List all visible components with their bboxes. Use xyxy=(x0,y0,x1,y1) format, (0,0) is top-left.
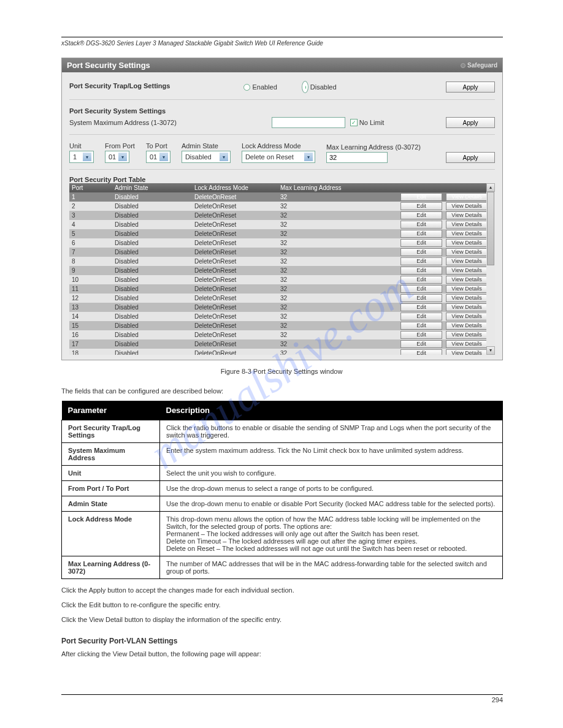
th-max: Max Learning Address xyxy=(280,184,366,191)
cell-admin: Disabled xyxy=(115,304,194,311)
chevron-down-icon: ▾ xyxy=(118,153,127,161)
radio-enabled[interactable]: Enabled xyxy=(243,81,277,93)
cell-max: 32 xyxy=(280,212,366,219)
scroll-down-icon[interactable]: ▾ xyxy=(486,346,495,355)
edit-button[interactable]: Edit xyxy=(400,257,442,265)
edit-button[interactable]: Edit xyxy=(400,193,442,201)
table-row[interactable]: 3DisabledDeleteOnReset32EditView Details xyxy=(69,211,495,220)
apply-button[interactable]: Apply xyxy=(446,117,495,128)
toport-select[interactable]: 01▾ xyxy=(146,151,170,163)
view-details-button[interactable]: View Details xyxy=(446,322,488,330)
nolimit-checkbox[interactable]: ✓ No Limit xyxy=(350,119,384,126)
edit-button[interactable]: Edit xyxy=(400,211,442,219)
cell-lock: DeleteOnReset xyxy=(194,350,280,355)
cell-admin: Disabled xyxy=(115,341,194,347)
edit-button[interactable]: Edit xyxy=(400,294,442,302)
edit-button[interactable]: Edit xyxy=(400,202,442,210)
edit-button[interactable]: Edit xyxy=(400,221,442,229)
cell-port: 17 xyxy=(72,341,115,347)
view-details-button[interactable]: View Details xyxy=(446,257,488,265)
lockmode-select[interactable]: Delete on Reset▾ xyxy=(242,151,315,163)
edit-button[interactable]: Edit xyxy=(400,322,442,330)
cell-port: 5 xyxy=(72,230,115,237)
view-details-button[interactable]: View Details xyxy=(446,303,488,311)
adminstate-select[interactable]: Disabled▾ xyxy=(182,151,231,163)
system-max-input[interactable] xyxy=(272,117,345,128)
table-row[interactable]: 17DisabledDeleteOnReset32EditView Detail… xyxy=(69,339,495,349)
table-row[interactable]: 7DisabledDeleteOnReset32EditView Details xyxy=(69,248,495,257)
edit-button[interactable]: Edit xyxy=(400,248,442,256)
cell-max: 32 xyxy=(280,267,366,274)
page-header: xStack® DGS-3620 Series Layer 3 Managed … xyxy=(61,40,502,47)
table-row[interactable]: 4DisabledDeleteOnReset32EditView Details xyxy=(69,220,495,229)
detail-heading: Port Security Port-VLAN Settings xyxy=(61,637,502,645)
edit-button[interactable]: Edit xyxy=(400,230,442,238)
cell-port: 15 xyxy=(72,322,115,329)
param-row: Lock Address ModeThis drop-down menu all… xyxy=(62,512,503,556)
apply-button[interactable]: Apply xyxy=(446,82,495,93)
edit-button[interactable]: Edit xyxy=(400,331,442,339)
cell-admin: Disabled xyxy=(115,258,194,265)
view-details-button[interactable]: View Details xyxy=(446,331,488,339)
table-row[interactable]: 8DisabledDeleteOnReset32EditView Details xyxy=(69,257,495,266)
table-row[interactable]: 14DisabledDeleteOnReset32EditView Detail… xyxy=(69,312,495,321)
edit-button[interactable]: Edit xyxy=(400,349,442,355)
view-details-button[interactable]: View Details xyxy=(446,193,488,201)
table-row[interactable]: 6DisabledDeleteOnReset32EditView Details xyxy=(69,238,495,248)
edit-button[interactable]: Edit xyxy=(400,313,442,320)
edit-button[interactable]: Edit xyxy=(400,276,442,284)
apply-button[interactable]: Apply xyxy=(446,152,495,163)
view-details-button[interactable]: View Details xyxy=(446,340,488,348)
unit-select[interactable]: 1▾ xyxy=(69,151,94,163)
table-row[interactable]: 2DisabledDeleteOnReset32EditView Details xyxy=(69,202,495,211)
adminstate-label: Admin State xyxy=(182,142,231,150)
edit-button[interactable]: Edit xyxy=(400,239,442,247)
scrollbar[interactable]: ▴ ▾ xyxy=(486,183,495,355)
view-details-button[interactable]: View Details xyxy=(446,276,488,284)
cell-lock: DeleteOnReset xyxy=(194,322,280,329)
table-row[interactable]: 15DisabledDeleteOnReset32EditView Detail… xyxy=(69,321,495,330)
view-details-button[interactable]: View Details xyxy=(446,294,488,302)
cell-lock: DeleteOnReset xyxy=(194,230,280,237)
table-row[interactable]: 13DisabledDeleteOnReset32EditView Detail… xyxy=(69,303,495,312)
table-row[interactable]: 11DisabledDeleteOnReset32EditView Detail… xyxy=(69,284,495,294)
view-details-button[interactable]: View Details xyxy=(446,230,488,238)
edit-button[interactable]: Edit xyxy=(400,303,442,311)
maxlearn-input[interactable] xyxy=(326,152,388,163)
table-row[interactable]: 10DisabledDeleteOnReset32EditView Detail… xyxy=(69,275,495,284)
radio-disabled[interactable]: Disabled xyxy=(302,81,337,93)
param-desc: This drop-down menu allows the option of… xyxy=(160,512,503,556)
view-details-button[interactable]: View Details xyxy=(446,221,488,229)
table-row[interactable]: 9DisabledDeleteOnReset32EditView Details xyxy=(69,266,495,275)
cell-admin: Disabled xyxy=(115,240,194,246)
table-row[interactable]: 5DisabledDeleteOnReset32EditView Details xyxy=(69,229,495,238)
scroll-up-icon[interactable]: ▴ xyxy=(486,183,495,192)
cell-port: 18 xyxy=(72,350,115,355)
cell-max: 32 xyxy=(280,350,366,355)
cell-lock: DeleteOnReset xyxy=(194,286,280,292)
table-row[interactable]: 1DisabledDeleteOnReset32EditView Details xyxy=(69,192,495,202)
edit-button[interactable]: Edit xyxy=(400,285,442,293)
table-row[interactable]: 18DisabledDeleteOnReset32EditView Detail… xyxy=(69,349,495,355)
checkbox-icon: ✓ xyxy=(350,119,358,126)
cell-lock: DeleteOnReset xyxy=(194,194,280,200)
view-details-button[interactable]: View Details xyxy=(446,267,488,275)
view-details-button[interactable]: View Details xyxy=(446,202,488,210)
scroll-thumb[interactable] xyxy=(487,192,494,265)
param-row: From Port / To PortUse the drop-down men… xyxy=(62,481,503,496)
view-details-button[interactable]: View Details xyxy=(446,239,488,247)
table-row[interactable]: 16DisabledDeleteOnReset32EditView Detail… xyxy=(69,330,495,339)
table-row[interactable]: 12DisabledDeleteOnReset32EditView Detail… xyxy=(69,294,495,303)
header-rule xyxy=(61,37,503,37)
cell-port: 3 xyxy=(72,212,115,219)
view-details-button[interactable]: View Details xyxy=(446,285,488,293)
view-details-button[interactable]: View Details xyxy=(446,248,488,256)
view-details-button[interactable]: View Details xyxy=(446,349,488,355)
cell-admin: Disabled xyxy=(115,295,194,301)
edit-button[interactable]: Edit xyxy=(400,267,442,275)
edit-button[interactable]: Edit xyxy=(400,340,442,348)
fromport-select[interactable]: 01▾ xyxy=(105,151,129,163)
view-details-button[interactable]: View Details xyxy=(446,211,488,219)
view-details-button[interactable]: View Details xyxy=(446,313,488,320)
param-row: Admin StateUse the drop-down menu to ena… xyxy=(62,496,503,512)
